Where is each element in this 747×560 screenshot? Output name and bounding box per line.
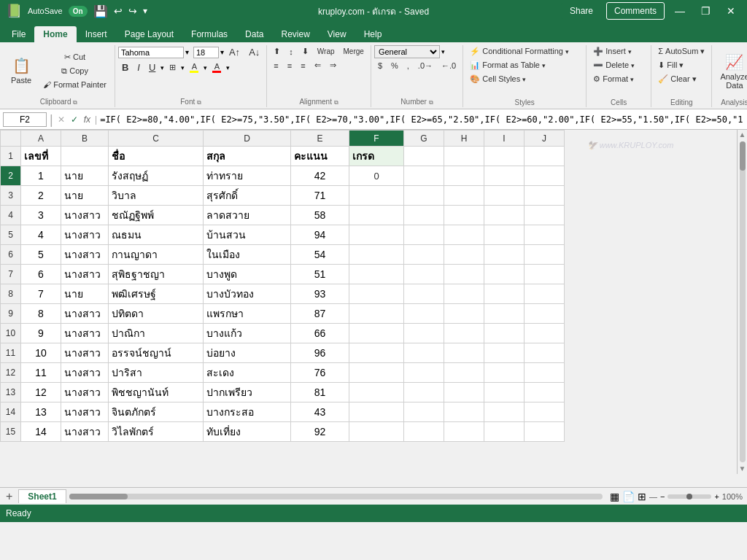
cell-f7[interactable]	[349, 265, 404, 284]
cell-j9[interactable]	[525, 304, 565, 324]
align-center-button[interactable]: ≡	[284, 60, 295, 71]
cell-j14[interactable]	[525, 402, 565, 422]
col-header-a[interactable]: A	[21, 131, 61, 147]
cell-c4[interactable]: ชณัฏฐิพพ์	[109, 206, 204, 225]
tab-data[interactable]: Data	[236, 26, 272, 42]
number-format-select[interactable]: General Number Currency Percentage	[374, 45, 440, 58]
redo-icon[interactable]: ↪	[128, 5, 137, 17]
normal-view-button[interactable]: ▦	[610, 491, 619, 502]
currency-button[interactable]: $	[374, 60, 386, 71]
col-header-f[interactable]: F	[349, 131, 404, 147]
cell-e4[interactable]: 58	[291, 206, 349, 225]
cell-j5[interactable]	[525, 225, 565, 245]
share-button[interactable]: Share	[561, 3, 602, 19]
col-header-d[interactable]: D	[204, 131, 291, 147]
scroll-thumb[interactable]	[740, 141, 746, 171]
number-format-dropdown-icon[interactable]: ▾	[441, 48, 445, 55]
cell-c11[interactable]: อรรจน์ชญาน์	[109, 343, 204, 363]
cell-e5[interactable]: 94	[291, 225, 349, 245]
cell-a6[interactable]: 5	[21, 245, 61, 265]
font-name-dropdown-icon[interactable]: ▾	[185, 48, 189, 56]
clear-button[interactable]: 🧹 Clear ▾	[654, 73, 700, 85]
cell-f3[interactable]	[349, 186, 404, 206]
cell-h4[interactable]	[444, 206, 484, 225]
cell-g15[interactable]	[404, 422, 444, 442]
h-scroll-thumb[interactable]	[69, 494, 128, 499]
fill-color-button[interactable]: A	[186, 61, 202, 74]
cell-f5[interactable]	[349, 225, 404, 245]
cell-a15[interactable]: 14	[21, 422, 61, 442]
cell-i10[interactable]	[484, 324, 525, 343]
cell-h5[interactable]	[444, 225, 484, 245]
cell-g9[interactable]	[404, 304, 444, 324]
cell-g1[interactable]	[404, 147, 444, 166]
cell-g2[interactable]	[404, 166, 444, 186]
comments-button[interactable]: Comments	[606, 2, 665, 20]
cell-e10[interactable]: 66	[291, 324, 349, 343]
cell-d13[interactable]: ปากเพรียว	[204, 383, 291, 402]
percent-button[interactable]: %	[387, 60, 402, 71]
cell-d11[interactable]: บ่อยาง	[204, 343, 291, 363]
cell-b3[interactable]: นาย	[61, 186, 109, 206]
copy-button[interactable]: ⧉ Copy	[39, 65, 110, 77]
increase-decimal-button[interactable]: ←.0	[438, 60, 460, 71]
cell-f8[interactable]	[349, 284, 404, 304]
cell-e12[interactable]: 76	[291, 363, 349, 383]
delete-cells-button[interactable]: ➖ Delete ▾	[589, 59, 648, 71]
font-color-button[interactable]: A	[209, 61, 225, 74]
cell-c6[interactable]: กานญาดา	[109, 245, 204, 265]
cell-a9[interactable]: 8	[21, 304, 61, 324]
cell-e11[interactable]: 96	[291, 343, 349, 363]
cell-b1[interactable]	[61, 147, 109, 166]
italic-button[interactable]: I	[133, 61, 144, 74]
wrap-text-button[interactable]: Wrap	[314, 46, 338, 57]
tab-review[interactable]: Review	[272, 26, 318, 42]
cut-button[interactable]: ✂ Cut	[39, 51, 110, 63]
cell-h3[interactable]	[444, 186, 484, 206]
cell-j1[interactable]	[525, 147, 565, 166]
cell-g12[interactable]	[404, 363, 444, 383]
cell-h2[interactable]	[444, 166, 484, 186]
increase-font-button[interactable]: A↑	[225, 45, 244, 59]
underline-dropdown-icon[interactable]: ▾	[160, 64, 164, 71]
cell-a4[interactable]: 3	[21, 206, 61, 225]
cell-e6[interactable]: 54	[291, 245, 349, 265]
decrease-font-button[interactable]: A↓	[245, 45, 263, 59]
cell-a7[interactable]: 6	[21, 265, 61, 284]
cell-i9[interactable]	[484, 304, 525, 324]
cell-i12[interactable]	[484, 363, 525, 383]
cell-f9[interactable]	[349, 304, 404, 324]
cell-d12[interactable]: สะเดง	[204, 363, 291, 383]
vertical-scrollbar[interactable]: ▲ ▼	[737, 130, 747, 474]
cell-g4[interactable]	[404, 206, 444, 225]
cell-g5[interactable]	[404, 225, 444, 245]
increase-indent-button[interactable]: ⇒	[326, 59, 340, 71]
col-header-j[interactable]: J	[525, 131, 565, 147]
col-header-e[interactable]: E	[291, 131, 349, 147]
cell-b14[interactable]: นางสาว	[61, 402, 109, 422]
cell-b6[interactable]: นางสาว	[61, 245, 109, 265]
font-size-input[interactable]	[193, 47, 219, 58]
cell-i8[interactable]	[484, 284, 525, 304]
align-top-button[interactable]: ⬆	[270, 45, 284, 58]
cell-a11[interactable]: 10	[21, 343, 61, 363]
fill-button[interactable]: ⬇ Fill ▾	[654, 59, 687, 71]
border-button[interactable]: ⊞	[166, 61, 179, 74]
cell-h9[interactable]	[444, 304, 484, 324]
format-as-table-button[interactable]: 📊 Format as Table ▾	[466, 59, 583, 71]
cell-b2[interactable]: นาย	[61, 166, 109, 186]
cell-i14[interactable]	[484, 402, 525, 422]
minimize-button[interactable]: —	[669, 2, 691, 20]
cell-a14[interactable]: 13	[21, 402, 61, 422]
cell-i11[interactable]	[484, 343, 525, 363]
cell-c12[interactable]: ปาริสา	[109, 363, 204, 383]
formula-input[interactable]	[100, 114, 744, 125]
cell-f12[interactable]	[349, 363, 404, 383]
cell-j12[interactable]	[525, 363, 565, 383]
cell-d2[interactable]: ท่าทราย	[204, 166, 291, 186]
cell-h14[interactable]	[444, 402, 484, 422]
tab-formulas[interactable]: Formulas	[182, 26, 236, 42]
format-painter-button[interactable]: 🖌 Format Painter	[39, 79, 110, 90]
cell-b4[interactable]: นางสาว	[61, 206, 109, 225]
tab-page-layout[interactable]: Page Layout	[116, 26, 182, 42]
